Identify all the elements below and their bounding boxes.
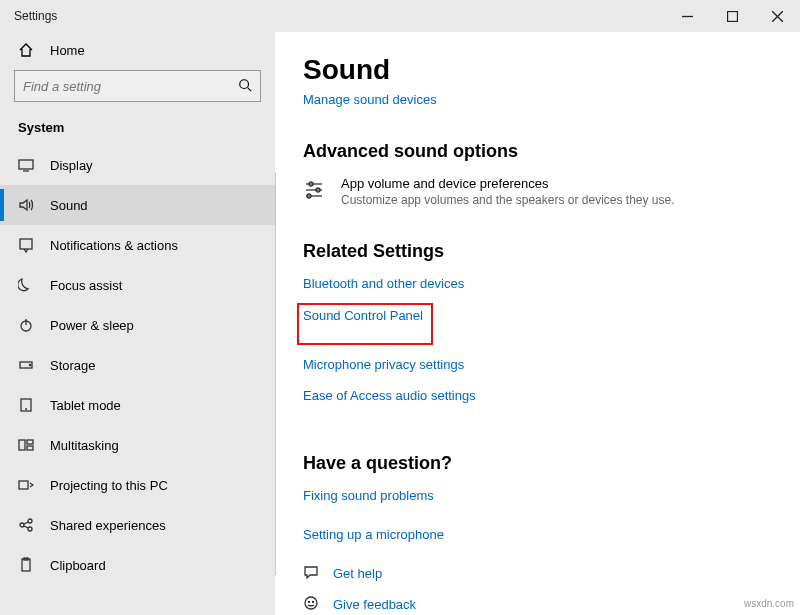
related-heading: Related Settings [303,241,800,262]
window-title: Settings [0,9,665,23]
svg-line-22 [24,522,28,524]
svg-point-12 [29,364,30,365]
svg-rect-18 [19,481,28,489]
svg-point-21 [28,527,32,531]
sidebar-item-label: Notifications & actions [50,238,178,253]
sidebar-item-focus-assist[interactable]: Focus assist [0,265,275,305]
projecting-icon [18,477,34,493]
shared-icon [18,517,34,533]
clipboard-icon [18,557,34,573]
svg-rect-17 [27,446,33,450]
sidebar-item-label: Clipboard [50,558,106,573]
advanced-heading: Advanced sound options [303,141,800,162]
sidebar-item-label: Projecting to this PC [50,478,168,493]
sound-icon [18,197,34,213]
link-sound-control-panel[interactable]: Sound Control Panel [303,308,423,323]
sidebar-item-label: Sound [50,198,88,213]
link-mic-privacy[interactable]: Microphone privacy settings [303,357,464,372]
app-volume-title: App volume and device preferences [341,176,675,191]
sidebar-item-label: Storage [50,358,96,373]
chat-icon [303,564,319,583]
sidebar-item-display[interactable]: Display [0,145,275,185]
svg-rect-6 [19,160,33,169]
scroll-indicator[interactable] [275,172,276,575]
sidebar-item-label: Multitasking [50,438,119,453]
focus-assist-icon [18,277,34,293]
svg-point-4 [240,79,249,88]
feedback-icon [303,595,319,614]
sliders-icon [303,176,325,203]
sidebar-item-label: Display [50,158,93,173]
sidebar-item-power-sleep[interactable]: Power & sleep [0,305,275,345]
svg-rect-16 [27,440,33,444]
sidebar-item-tablet-mode[interactable]: Tablet mode [0,385,275,425]
sidebar-section-label: System [0,120,275,145]
watermark: wsxdn.com [744,598,794,609]
link-bluetooth-devices[interactable]: Bluetooth and other devices [303,276,464,291]
tablet-icon [18,397,34,413]
sidebar-item-label: Power & sleep [50,318,134,333]
svg-rect-8 [20,239,32,249]
highlight-box: Sound Control Panel [297,303,433,345]
titlebar: Settings [0,0,800,32]
svg-point-32 [305,597,317,609]
app-volume-row[interactable]: App volume and device preferences Custom… [303,176,800,207]
svg-line-23 [24,526,28,528]
svg-rect-1 [728,11,738,21]
home-label: Home [50,43,85,58]
home-button[interactable]: Home [0,32,275,70]
minimize-button[interactable] [665,0,710,32]
sidebar-item-label: Tablet mode [50,398,121,413]
close-button[interactable] [755,0,800,32]
sidebar-item-sound[interactable]: Sound [0,185,275,225]
link-fixing-sound[interactable]: Fixing sound problems [303,488,434,503]
link-ease-of-access[interactable]: Ease of Access audio settings [303,388,476,403]
question-heading: Have a question? [303,453,800,474]
display-icon [18,157,34,173]
multitasking-icon [18,437,34,453]
sidebar-item-clipboard[interactable]: Clipboard [0,545,275,585]
sidebar-item-shared-experiences[interactable]: Shared experiences [0,505,275,545]
storage-icon [18,357,34,373]
notifications-icon [18,237,34,253]
svg-rect-15 [19,440,25,450]
sidebar-nav: Display Sound Notifications & actions Fo… [0,145,275,585]
get-help-link[interactable]: Get help [333,566,382,581]
give-feedback-link[interactable]: Give feedback [333,597,416,612]
svg-line-5 [248,87,252,91]
content-pane: Sound Manage sound devices Advanced soun… [275,32,800,615]
sidebar-item-projecting[interactable]: Projecting to this PC [0,465,275,505]
sidebar-item-storage[interactable]: Storage [0,345,275,385]
sidebar-item-multitasking[interactable]: Multitasking [0,425,275,465]
page-title: Sound [303,54,800,86]
home-icon [18,42,34,58]
svg-point-20 [28,519,32,523]
search-field[interactable] [23,79,238,94]
search-input[interactable] [14,70,261,102]
svg-point-19 [20,523,24,527]
svg-point-33 [309,602,310,603]
get-help-row[interactable]: Get help [303,564,800,583]
maximize-button[interactable] [710,0,755,32]
link-setup-mic[interactable]: Setting up a microphone [303,527,444,542]
power-icon [18,317,34,333]
svg-point-34 [313,602,314,603]
give-feedback-row[interactable]: Give feedback [303,595,800,614]
sidebar-item-label: Focus assist [50,278,122,293]
sidebar-item-label: Shared experiences [50,518,166,533]
app-volume-sub: Customize app volumes and the speakers o… [341,193,675,207]
sidebar: Home System Display Sound Notification [0,32,275,615]
manage-sound-devices-link[interactable]: Manage sound devices [303,92,437,107]
svg-rect-24 [22,559,30,571]
sidebar-item-notifications[interactable]: Notifications & actions [0,225,275,265]
search-icon [238,78,252,95]
